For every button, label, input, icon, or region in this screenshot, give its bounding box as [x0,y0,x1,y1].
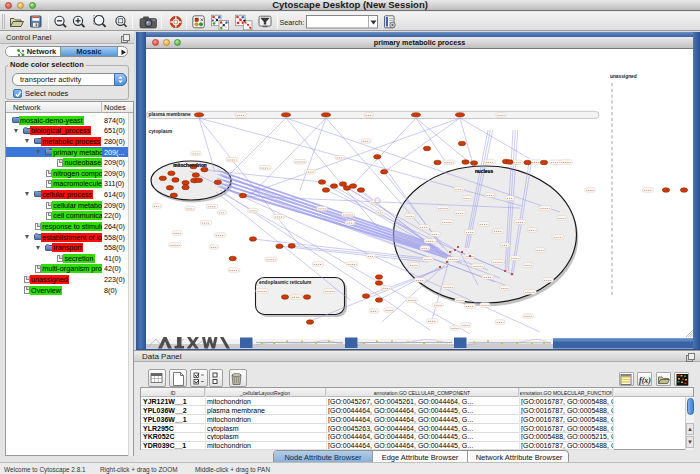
svg-text:cytoplasm: cytoplasm [149,129,173,134]
svg-text:f(x): f(x) [639,376,651,385]
svg-text:nucleus: nucleus [475,169,493,174]
svg-text:plasma membrane: plasma membrane [149,112,191,117]
svg-text:mitochondrion: mitochondrion [173,163,207,168]
svg-text:unassigned: unassigned [610,74,637,79]
svg-text:endoplasmic reticulum: endoplasmic reticulum [259,280,311,285]
